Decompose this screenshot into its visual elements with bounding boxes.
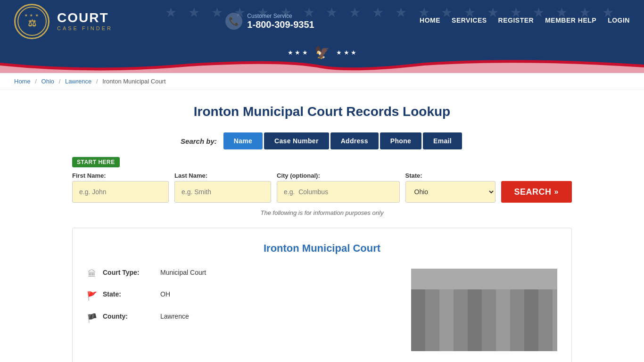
- state-detail-label: State:: [103, 290, 155, 298]
- court-details: 🏛 Court Type: Municipal Court 🚩 State: O…: [87, 269, 392, 351]
- city-field: City (optional):: [277, 172, 400, 203]
- court-info-row: 🏛 Court Type: Municipal Court 🚩 State: O…: [87, 269, 557, 351]
- logo-case-finder-text: CASE FINDER: [57, 25, 113, 31]
- phone-number: 1-800-309-9351: [247, 19, 314, 30]
- main-nav: HOME SERVICES REGISTER MEMBER HELP LOGIN: [420, 16, 630, 26]
- court-type-icon: 🏛: [87, 269, 97, 279]
- state-item: 🚩 State: OH: [87, 290, 392, 301]
- site-logo[interactable]: ★ ★ ★ ⚖ COURT CASE FINDER: [14, 4, 120, 39]
- svg-rect-13: [470, 330, 498, 351]
- svg-rect-11: [498, 323, 515, 337]
- eagle-stars-left: ★ ★ ★: [288, 49, 308, 56]
- logo-stars: ★ ★ ★: [25, 14, 40, 17]
- phone-area: 📞 Customer Service 1-800-309-9351: [225, 13, 314, 30]
- court-type-label: Court Type:: [103, 269, 155, 276]
- wave-svg: [0, 59, 644, 73]
- logo-scales-icon: ⚖: [28, 17, 36, 29]
- search-by-row: Search by: Name Case Number Address Phon…: [72, 132, 572, 149]
- svg-rect-1: [411, 269, 557, 297]
- svg-rect-6: [498, 302, 515, 316]
- state-detail-value: OH: [160, 290, 170, 298]
- svg-rect-7: [522, 302, 538, 316]
- court-image-placeholder: [411, 269, 557, 351]
- search-chevrons: »: [554, 188, 559, 196]
- breadcrumb-home[interactable]: Home: [14, 78, 31, 85]
- nav-register[interactable]: REGISTER: [498, 16, 534, 26]
- eagle-stars-right: ★ ★ ★: [336, 49, 356, 56]
- tab-case-number[interactable]: Case Number: [264, 132, 329, 149]
- search-form-row: First Name: Last Name: City (optional): …: [72, 172, 572, 203]
- tab-address[interactable]: Address: [330, 132, 379, 149]
- svg-rect-9: [451, 323, 468, 337]
- city-input[interactable]: [277, 181, 400, 203]
- nav-home[interactable]: HOME: [420, 16, 440, 26]
- search-by-label: Search by:: [181, 137, 217, 145]
- svg-rect-10: [475, 323, 491, 337]
- tab-phone[interactable]: Phone: [380, 132, 421, 149]
- phone-label: Customer Service: [247, 13, 314, 19]
- svg-rect-8: [428, 323, 444, 337]
- first-name-label: First Name:: [72, 172, 169, 179]
- county-label: County:: [103, 313, 155, 320]
- logo-court-text: COURT: [57, 11, 113, 25]
- svg-rect-5: [475, 302, 491, 316]
- nav-services[interactable]: SERVICES: [452, 16, 487, 26]
- county-icon: 🏴: [87, 313, 97, 323]
- state-icon: 🚩: [87, 291, 97, 301]
- tab-name[interactable]: Name: [223, 132, 263, 149]
- breadcrumb: Home / Ohio / Lawrence / Ironton Municip…: [0, 73, 644, 90]
- state-field: State: Ohio Alabama Alaska Arizona Calif…: [405, 172, 495, 203]
- courthouse-svg: [411, 269, 557, 351]
- last-name-field: Last Name:: [174, 172, 271, 203]
- svg-rect-3: [428, 302, 444, 316]
- state-select[interactable]: Ohio Alabama Alaska Arizona California F…: [405, 181, 495, 203]
- phone-icon: 📞: [225, 13, 242, 30]
- court-type-value: Municipal Court: [160, 269, 206, 276]
- first-name-input[interactable]: [72, 181, 169, 203]
- last-name-input[interactable]: [174, 181, 271, 203]
- logo-circle: ★ ★ ★ ⚖: [14, 4, 50, 39]
- state-label: State:: [405, 172, 495, 179]
- svg-rect-12: [522, 323, 538, 337]
- search-button-label: SEARCH: [514, 187, 552, 197]
- breadcrumb-lawrence[interactable]: Lawrence: [65, 78, 91, 85]
- court-type-item: 🏛 Court Type: Municipal Court: [87, 269, 392, 279]
- start-here-badge: START HERE: [72, 157, 120, 167]
- tab-email[interactable]: Email: [423, 132, 462, 149]
- search-form-area: START HERE First Name: Last Name: City (…: [72, 157, 572, 203]
- svg-rect-14: [421, 292, 548, 296]
- search-button[interactable]: SEARCH »: [501, 181, 572, 203]
- breadcrumb-current: Ironton Municipal Court: [102, 78, 165, 85]
- site-header: ★ ★ ★ ⚖ COURT CASE FINDER 📞 Customer Ser…: [0, 0, 644, 42]
- svg-rect-4: [451, 302, 468, 316]
- nav-login[interactable]: LOGIN: [608, 16, 630, 26]
- eagle-icon: 🦅: [314, 45, 330, 60]
- city-label: City (optional):: [277, 172, 400, 179]
- court-card: Ironton Municipal Court 🏛 Court Type: Mu…: [72, 228, 572, 362]
- court-card-title: Ironton Municipal Court: [87, 242, 557, 255]
- first-name-field: First Name:: [72, 172, 169, 203]
- last-name-label: Last Name:: [174, 172, 271, 179]
- svg-rect-2: [421, 295, 548, 351]
- nav-member-help[interactable]: MEMBER HELP: [545, 16, 596, 26]
- eagle-banner: ★ ★ ★ 🦅 ★ ★ ★: [0, 42, 644, 73]
- info-note: The following is for information purpose…: [72, 209, 572, 216]
- main-content: Ironton Municipal Court Records Lookup S…: [63, 90, 581, 362]
- county-item: 🏴 County: Lawrence: [87, 313, 392, 323]
- breadcrumb-ohio[interactable]: Ohio: [41, 78, 54, 85]
- court-image: [411, 269, 557, 351]
- svg-rect-0: [411, 269, 557, 351]
- page-title: Ironton Municipal Court Records Lookup: [72, 104, 572, 119]
- county-value: Lawrence: [160, 313, 189, 320]
